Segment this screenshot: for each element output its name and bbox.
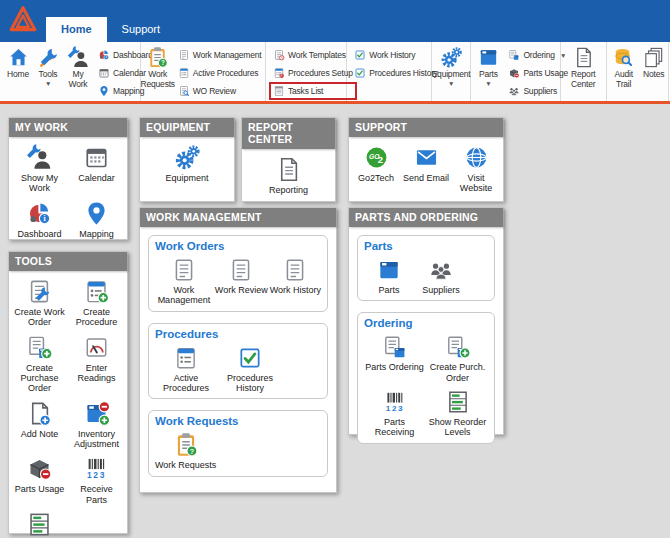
tile-parts-receiving[interactable]: 123Parts Receiving bbox=[363, 385, 426, 440]
tile-work-history[interactable]: Work History bbox=[269, 253, 322, 297]
work-requests-icon: ? bbox=[173, 432, 199, 458]
panel-header-tools: TOOLS bbox=[9, 252, 127, 271]
tile-enter-readings[interactable]: Enter Readings bbox=[68, 330, 125, 386]
tile-suppliers[interactable]: Suppliers bbox=[415, 253, 467, 297]
mapping-icon bbox=[83, 200, 110, 227]
tile-active-procedures[interactable]: Active Procedures bbox=[154, 341, 218, 396]
tile-go2tech[interactable]: GO2Go2Tech bbox=[357, 140, 395, 185]
ribbon-button-notes[interactable]: Notes bbox=[639, 43, 669, 81]
ribbon-button-label: Work Requests bbox=[141, 70, 175, 89]
tile-label: Mapping bbox=[79, 229, 114, 239]
tile-label: Work Management bbox=[155, 285, 213, 306]
ribbon-button-wo-review[interactable]: WO Review bbox=[174, 82, 266, 100]
ribbon-button-procedures-history[interactable]: Procedures History bbox=[350, 64, 442, 82]
tile-send-email[interactable]: Send Email bbox=[402, 140, 450, 185]
notes-icon bbox=[642, 46, 665, 69]
reorder-icon bbox=[445, 389, 471, 415]
ribbon-button-label: Tools bbox=[39, 70, 58, 80]
tile-receive-parts[interactable]: 123Receive Parts bbox=[68, 451, 125, 507]
ribbon-button-audit-trail[interactable]: Audit Trail bbox=[609, 43, 639, 90]
tile-add-note[interactable]: Add Note bbox=[20, 396, 60, 441]
tile-parts[interactable]: Parts bbox=[363, 253, 415, 297]
ribbon-button-label: Suppliers bbox=[523, 86, 557, 96]
tile-create-work-order[interactable]: Create Work Order bbox=[11, 274, 68, 330]
ribbon-button-home[interactable]: Home bbox=[3, 43, 33, 81]
ribbon-button-procedures-setup[interactable]: Procedures Setup bbox=[269, 64, 357, 82]
page-plus-icon bbox=[26, 400, 53, 427]
tile-parts-usage[interactable]: Parts Usage bbox=[14, 451, 66, 496]
doc-icon bbox=[178, 49, 190, 61]
tile-calendar[interactable]: Calendar bbox=[77, 140, 116, 185]
card-title: Ordering bbox=[364, 317, 488, 329]
panel-body: GO2Go2TechSend EmailVisit Website bbox=[349, 137, 503, 199]
card-items: Work ManagementWork ReviewWork History bbox=[154, 253, 322, 308]
tile-show-reorder-levels[interactable]: Show Reorder Levels bbox=[11, 507, 68, 538]
tile-inventory-adjustment[interactable]: Inventory Adjustment bbox=[68, 396, 125, 452]
ribbon-button-equipment[interactable]: Equipment▼ bbox=[434, 43, 469, 88]
ribbon-button-tasks-list[interactable]: Tasks List bbox=[269, 82, 357, 100]
tile-create-procedure[interactable]: Create Procedure bbox=[68, 274, 125, 330]
ribbon-button-report-center[interactable]: Report Center bbox=[563, 43, 604, 90]
tile-work-management[interactable]: Work Management bbox=[154, 253, 214, 308]
panel-my-work: MY WORKShow My WorkCalendariDashboardMap… bbox=[8, 117, 128, 240]
tile-dashboard[interactable]: iDashboard bbox=[16, 196, 62, 241]
panel-body: Work OrdersWork ManagementWork ReviewWor… bbox=[140, 227, 336, 491]
people-icon bbox=[428, 257, 454, 283]
dashboard-icon: i bbox=[98, 49, 110, 61]
tile-label: Add Note bbox=[21, 429, 59, 439]
ordering-plus-icon bbox=[445, 334, 471, 360]
ribbon-button-parts[interactable]: Parts▼ bbox=[473, 43, 503, 88]
tile-create-purch-order[interactable]: Create Purch. Order bbox=[426, 330, 489, 385]
panel-items: Equipment bbox=[142, 140, 232, 185]
tile-label: Visit Website bbox=[452, 173, 500, 194]
tile-label: Suppliers bbox=[422, 285, 460, 295]
chevron-down-icon: ▼ bbox=[485, 81, 491, 88]
panel-header-report-center: REPORT CENTER bbox=[242, 118, 335, 149]
ribbon-button-label: Audit Trail bbox=[610, 70, 638, 89]
ribbon-button-label: Work Templates bbox=[288, 50, 346, 60]
ordering-icon bbox=[508, 49, 520, 61]
tile-label: Show My Work bbox=[12, 173, 67, 194]
tile-mapping[interactable]: Mapping bbox=[78, 196, 115, 241]
tile-equipment[interactable]: Equipment bbox=[164, 140, 209, 185]
ribbon-button-label: Tasks List bbox=[288, 86, 323, 96]
tile-create-purchase-order[interactable]: Create Purchase Order bbox=[11, 330, 68, 396]
ribbon-button-my-work[interactable]: My Work bbox=[63, 43, 93, 90]
card-procedures: ProceduresActive ProceduresProcedures Hi… bbox=[148, 323, 328, 400]
card-items: Parts OrderingCreate Purch. Order123Part… bbox=[363, 330, 489, 439]
svg-text:?: ? bbox=[161, 59, 165, 66]
tile-work-requests[interactable]: ?Work Requests bbox=[154, 428, 217, 472]
tile-label: Parts bbox=[378, 285, 399, 295]
tile-label: Reporting bbox=[269, 185, 308, 195]
panel-support: SUPPORTGO2Go2TechSend EmailVisit Website bbox=[348, 117, 504, 202]
tab-support[interactable]: Support bbox=[107, 17, 176, 42]
tile-parts-ordering[interactable]: Parts Ordering bbox=[363, 330, 426, 374]
title-bar: Home Support bbox=[0, 0, 670, 42]
tile-reporting[interactable]: Reporting bbox=[268, 152, 309, 197]
ribbon-button-work-requests[interactable]: ?Work Requests bbox=[143, 43, 173, 90]
tile-show-reorder-levels[interactable]: Show Reorder Levels bbox=[426, 385, 489, 440]
tab-home[interactable]: Home bbox=[46, 17, 107, 42]
tile-label: Work History bbox=[270, 285, 321, 295]
ribbon-button-work-management[interactable]: Work Management bbox=[174, 46, 266, 64]
ribbon-button-work-templates[interactable]: Work Templates bbox=[269, 46, 357, 64]
ribbon-button-active-procedures[interactable]: Active Procedures bbox=[174, 64, 266, 82]
tile-label: Enter Readings bbox=[69, 363, 124, 384]
tile-procedures-history[interactable]: Procedures History bbox=[218, 341, 282, 396]
ribbon-button-tools[interactable]: Tools▼ bbox=[33, 43, 63, 88]
tools-icon bbox=[37, 46, 60, 69]
ribbon-button-work-history[interactable]: Work History bbox=[350, 46, 442, 64]
ribbon-button-label: WO Review bbox=[193, 86, 236, 96]
check-box-icon bbox=[237, 345, 263, 371]
doc-search-icon bbox=[178, 85, 190, 97]
panel-header-my-work: MY WORK bbox=[9, 118, 127, 137]
tile-show-my-work[interactable]: Show My Work bbox=[11, 140, 68, 196]
panel-items: Reporting bbox=[244, 152, 333, 197]
tile-work-review[interactable]: Work Review bbox=[214, 253, 269, 297]
clipboard-search-icon bbox=[228, 257, 254, 283]
card-title: Procedures bbox=[155, 328, 321, 340]
ribbon-button-label: Active Procedures bbox=[193, 68, 259, 78]
tile-visit-website[interactable]: Visit Website bbox=[451, 140, 501, 196]
panel-parts-ordering: PARTS AND ORDERINGPartsPartsSuppliersOrd… bbox=[348, 207, 504, 435]
card-parts: PartsPartsSuppliers bbox=[357, 235, 495, 301]
